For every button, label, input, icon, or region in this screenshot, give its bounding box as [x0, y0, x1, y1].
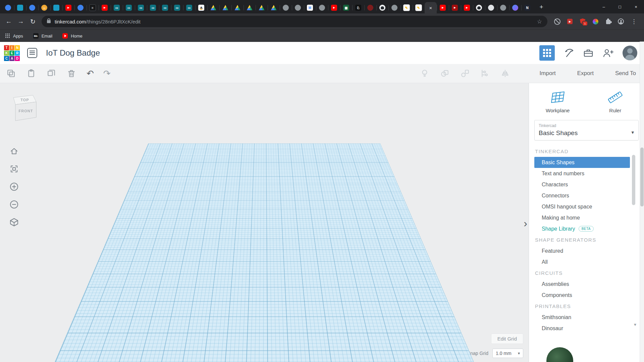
category-list-item[interactable]: Making at home [529, 212, 644, 223]
fit-view-button[interactable] [7, 162, 21, 176]
undo-button[interactable]: ↶ [87, 69, 94, 78]
workplane-grid[interactable] [25, 83, 503, 143]
browser-tab[interactable] [135, 2, 147, 13]
bookmark-home[interactable]: Home [62, 33, 83, 39]
browser-tab[interactable] [413, 2, 425, 13]
back-button[interactable]: ← [3, 15, 15, 27]
lunchbox-button[interactable] [583, 48, 594, 58]
bookmark-email[interactable]: Email [33, 33, 53, 39]
category-list-item[interactable]: OMSI hangout space [529, 201, 644, 212]
page-scrollbar[interactable] [640, 42, 644, 362]
snap-grid-select[interactable]: 1.0 mm ▾ [492, 349, 523, 358]
invite-button[interactable] [602, 48, 614, 58]
browser-tab[interactable] [437, 2, 449, 13]
browser-tab[interactable] [207, 2, 219, 13]
export-button[interactable]: Export [575, 70, 596, 77]
category-list-item[interactable]: SHAPE GENERATORS [529, 234, 644, 245]
content-blocker-extension-icon[interactable] [553, 18, 561, 25]
list-scroll-down-arrow[interactable]: ▾ [634, 322, 636, 327]
browser-tab[interactable] [244, 2, 256, 13]
redo-button[interactable]: ↷ [103, 69, 111, 78]
browser-tab[interactable] [99, 2, 111, 13]
browser-tab[interactable] [38, 2, 50, 13]
extensions-puzzle-icon[interactable] [604, 18, 612, 25]
import-button[interactable]: Import [538, 70, 558, 77]
ungroup-button[interactable] [460, 68, 470, 78]
list-scrollbar-thumb[interactable] [632, 155, 635, 205]
browser-tab[interactable] [340, 2, 352, 13]
browser-tab[interactable] [256, 2, 268, 13]
zoom-out-button[interactable] [7, 198, 21, 211]
browser-tab[interactable] [111, 2, 123, 13]
browser-tab[interactable] [87, 2, 99, 13]
browser-tab[interactable] [364, 2, 376, 13]
browser-tab[interactable] [449, 2, 461, 13]
send-to-button[interactable]: Send To [613, 70, 638, 77]
browser-tab[interactable] [219, 2, 231, 13]
bookmark-star-icon[interactable]: ☆ [537, 18, 542, 25]
close-button[interactable]: × [628, 0, 644, 13]
browser-tab[interactable] [485, 2, 497, 13]
browser-tab[interactable] [280, 2, 292, 13]
minimize-button[interactable]: – [596, 0, 612, 13]
browser-tab[interactable] [304, 2, 316, 13]
mirror-button[interactable] [500, 68, 510, 78]
copy-button[interactable] [6, 68, 16, 78]
browser-tab[interactable] [14, 2, 26, 13]
category-list-item[interactable]: Connectors [529, 190, 644, 201]
align-button[interactable] [480, 68, 490, 78]
category-list-item[interactable]: Featured [529, 245, 644, 256]
show-all-button[interactable] [420, 68, 430, 78]
browser-tab[interactable] [50, 2, 62, 13]
category-list-item[interactable]: TINKERCAD [529, 146, 644, 157]
view-cube[interactable]: TOP FRONT [11, 91, 44, 128]
browser-tab[interactable] [376, 2, 388, 13]
browser-tab[interactable] [328, 2, 340, 13]
perspective-toggle-button[interactable] [7, 216, 21, 229]
browser-tab[interactable] [231, 2, 244, 13]
browser-tab[interactable] [509, 2, 521, 13]
workplane-tool[interactable]: Workplane [529, 90, 587, 113]
browser-tab[interactable] [425, 2, 437, 13]
category-list-item[interactable]: All [529, 256, 644, 267]
browser-tab[interactable] [352, 2, 364, 13]
3d-viewport[interactable]: Workplane TOP FRONT [0, 83, 529, 362]
new-tab-button[interactable]: + [536, 2, 547, 12]
browser-tab[interactable] [292, 2, 304, 13]
design-menu-icon[interactable] [27, 48, 37, 58]
address-bar[interactable]: tinkercad.com /things/28n6PJltXcK/edit ☆ [42, 16, 547, 27]
browser-tab[interactable] [473, 2, 485, 13]
category-list-item[interactable]: PRINTABLES [529, 301, 644, 312]
browser-tab[interactable] [171, 2, 183, 13]
shield-extension-icon[interactable]: 1 [579, 18, 586, 25]
edit-grid-button[interactable]: Edit Grid [491, 334, 523, 344]
user-avatar[interactable] [623, 46, 637, 60]
category-list-item[interactable]: CIRCUITS [529, 267, 644, 279]
delete-button[interactable] [66, 68, 76, 78]
browser-tab[interactable] [388, 2, 400, 13]
browser-tab[interactable] [26, 2, 38, 13]
bricks-pickaxe-button[interactable] [564, 48, 574, 58]
maximize-button[interactable]: □ [612, 0, 628, 13]
red-box-shape[interactable] [221, 220, 307, 277]
category-list-item[interactable]: Characters [529, 179, 644, 190]
browser-tab[interactable] [2, 2, 14, 13]
category-list-item[interactable]: Shape Library BETA [529, 223, 644, 234]
paste-button[interactable] [26, 68, 36, 78]
design-title[interactable]: IoT Dog Badge [46, 48, 100, 58]
browser-tab[interactable] [123, 2, 135, 13]
category-list-item[interactable]: Assemblies [529, 279, 644, 290]
browser-tab[interactable] [183, 2, 195, 13]
color-wheel-extension-icon[interactable] [592, 18, 599, 25]
category-list-item[interactable]: Text and numbers [529, 168, 644, 179]
browser-tab[interactable] [62, 2, 74, 13]
browser-tab[interactable] [461, 2, 473, 13]
reload-button[interactable]: ↻ [27, 15, 39, 27]
browser-tab[interactable] [74, 2, 87, 13]
bookmark-apps[interactable]: Apps [5, 34, 23, 39]
browser-tab[interactable] [400, 2, 413, 13]
browser-tab[interactable] [268, 2, 280, 13]
profile-button[interactable] [617, 18, 625, 25]
forward-button[interactable]: → [15, 15, 27, 27]
blocks-view-button[interactable] [539, 45, 555, 61]
